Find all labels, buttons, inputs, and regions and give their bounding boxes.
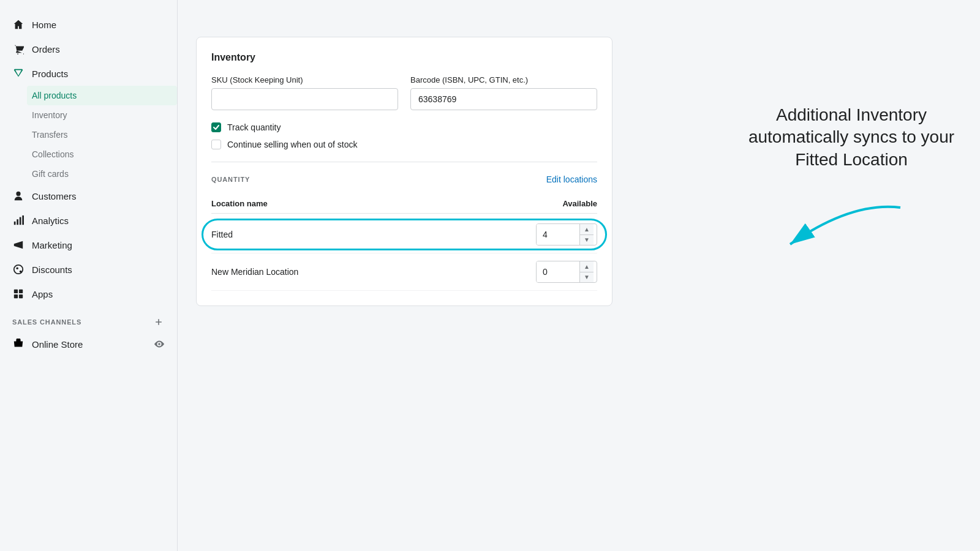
sidebar-discounts-label: Discounts <box>32 264 72 275</box>
home-icon <box>12 18 24 31</box>
svg-rect-11 <box>19 294 23 298</box>
fitted-quantity-input[interactable] <box>537 224 579 245</box>
new-meridian-quantity-up[interactable]: ▲ <box>580 261 594 272</box>
svg-point-1 <box>23 53 24 54</box>
annotation-text: Additional Inventory automatically syncs… <box>741 104 962 171</box>
available-header: Available <box>562 199 597 208</box>
fitted-quantity-wrapper: ▲ ▼ <box>536 223 597 246</box>
continue-selling-label: Continue selling when out of stock <box>227 140 357 149</box>
quantity-table-header: Location name Available <box>211 194 597 214</box>
sidebar-item-online-store[interactable]: Online Store <box>0 332 177 356</box>
barcode-input[interactable] <box>410 88 597 110</box>
orders-icon <box>12 43 24 55</box>
continue-selling-checkbox[interactable] <box>211 140 221 149</box>
inventory-card-title: Inventory <box>211 52 597 63</box>
table-row-new-meridian: New Meridian Location ▲ ▼ <box>211 253 597 291</box>
add-sales-channel-icon[interactable] <box>153 316 165 328</box>
sidebar-customers-label: Customers <box>32 191 77 201</box>
customers-icon <box>12 190 24 202</box>
sidebar: Home Orders Products All products Invent… <box>0 0 178 551</box>
table-row-fitted: Fitted ▲ ▼ <box>211 216 597 253</box>
sidebar-item-analytics[interactable]: Analytics <box>0 208 177 233</box>
new-meridian-quantity-input[interactable] <box>537 261 579 282</box>
new-meridian-location-name: New Meridian Location <box>211 267 298 277</box>
sales-channels-section: SALES CHANNELS <box>0 306 177 332</box>
sidebar-analytics-label: Analytics <box>32 216 69 226</box>
marketing-icon <box>12 239 24 251</box>
online-store-visibility-icon[interactable] <box>154 339 165 350</box>
sidebar-item-customers[interactable]: Customers <box>0 184 177 208</box>
sidebar-subitem-collections[interactable]: Collections <box>32 144 177 164</box>
sidebar-subitem-transfers[interactable]: Transfers <box>32 125 177 144</box>
svg-point-6 <box>16 267 18 269</box>
svg-rect-3 <box>17 219 18 225</box>
products-icon <box>12 67 24 80</box>
inventory-card: Inventory SKU (Stock Keeping Unit) Barco… <box>196 37 612 306</box>
sku-group: SKU (Stock Keeping Unit) <box>211 75 398 110</box>
track-quantity-checkbox[interactable] <box>211 122 221 132</box>
svg-rect-4 <box>20 217 21 225</box>
sales-channels-label: SALES CHANNELS <box>12 318 81 326</box>
discounts-icon <box>12 263 24 276</box>
online-store-icon <box>12 338 24 350</box>
sidebar-item-orders[interactable]: Orders <box>0 37 177 61</box>
annotation-arrow <box>741 195 925 269</box>
svg-rect-2 <box>14 222 16 225</box>
continue-selling-row[interactable]: Continue selling when out of stock <box>211 140 597 149</box>
sidebar-item-apps[interactable]: Apps <box>0 282 177 306</box>
sidebar-products-subnav: All products Inventory Transfers Collect… <box>0 86 177 184</box>
svg-rect-10 <box>14 294 18 298</box>
main-content: Inventory SKU (Stock Keeping Unit) Barco… <box>178 0 980 551</box>
sidebar-marketing-label: Marketing <box>32 240 72 250</box>
barcode-group: Barcode (ISBN, UPC, GTIN, etc.) <box>410 75 597 110</box>
fitted-quantity-spinners: ▲ ▼ <box>579 224 594 245</box>
sku-label: SKU (Stock Keeping Unit) <box>211 75 398 84</box>
sidebar-subitem-gift-cards[interactable]: Gift cards <box>32 164 177 184</box>
location-name-header: Location name <box>211 199 268 208</box>
sidebar-subitem-all-products[interactable]: All products <box>27 86 177 105</box>
fitted-quantity-up[interactable]: ▲ <box>580 224 594 235</box>
svg-rect-5 <box>22 216 24 225</box>
svg-rect-9 <box>19 290 23 293</box>
sidebar-item-products[interactable]: Products <box>0 61 177 86</box>
edit-locations-link[interactable]: Edit locations <box>546 174 597 184</box>
sidebar-orders-label: Orders <box>32 44 60 54</box>
sidebar-item-marketing[interactable]: Marketing <box>0 233 177 257</box>
svg-rect-8 <box>14 290 18 293</box>
sku-barcode-row: SKU (Stock Keeping Unit) Barcode (ISBN, … <box>211 75 597 110</box>
new-meridian-quantity-wrapper: ▲ ▼ <box>536 261 597 283</box>
sidebar-home-label: Home <box>32 20 56 30</box>
barcode-label: Barcode (ISBN, UPC, GTIN, etc.) <box>410 75 597 84</box>
annotation-area: Additional Inventory automatically syncs… <box>723 80 980 293</box>
sidebar-products-label: Products <box>32 69 68 79</box>
quantity-header: QUANTITY Edit locations <box>211 174 597 184</box>
sidebar-item-discounts[interactable]: Discounts <box>0 257 177 282</box>
card-divider <box>211 162 597 162</box>
analytics-icon <box>12 214 24 227</box>
apps-icon <box>12 288 24 300</box>
online-store-label: Online Store <box>32 339 83 350</box>
track-quantity-row[interactable]: Track quantity <box>211 122 597 132</box>
new-meridian-quantity-spinners: ▲ ▼ <box>579 261 594 282</box>
new-meridian-quantity-down[interactable]: ▼ <box>580 272 594 283</box>
quantity-section-label: QUANTITY <box>211 176 250 183</box>
sidebar-item-home[interactable]: Home <box>0 12 177 37</box>
fitted-quantity-down[interactable]: ▼ <box>580 235 594 246</box>
svg-point-0 <box>17 53 18 54</box>
fitted-location-name: Fitted <box>211 230 233 239</box>
sidebar-subitem-inventory[interactable]: Inventory <box>32 105 177 125</box>
sidebar-apps-label: Apps <box>32 289 53 299</box>
sku-input[interactable] <box>211 88 398 110</box>
track-quantity-label: Track quantity <box>227 122 281 132</box>
